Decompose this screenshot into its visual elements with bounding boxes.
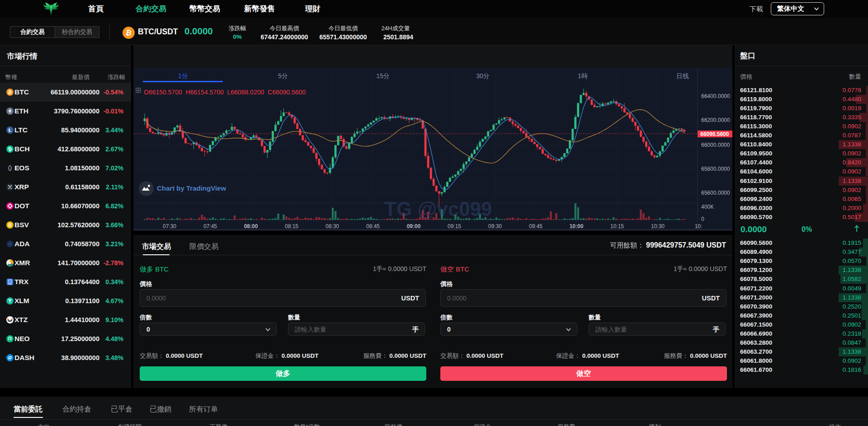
svg-text:B: B [8, 223, 12, 228]
svg-text:10:30: 10:30 [651, 223, 665, 229]
svg-text:08:30: 08:30 [326, 223, 339, 229]
svg-text:Ł: Ł [9, 128, 12, 133]
svg-text:65800.0000: 65800.0000 [701, 166, 730, 172]
svg-text:09:45: 09:45 [529, 223, 542, 229]
svg-text:08:45: 08:45 [366, 223, 380, 229]
svg-text:66200.0000: 66200.0000 [701, 117, 730, 123]
svg-text:08:00: 08:00 [244, 223, 258, 229]
svg-text:400K: 400K [701, 204, 714, 210]
svg-text:08:15: 08:15 [285, 223, 298, 229]
svg-text:66090.5600: 66090.5600 [700, 131, 729, 137]
svg-text:07:30: 07:30 [163, 223, 176, 229]
svg-text:07:45: 07:45 [203, 223, 217, 229]
svg-text:09:15: 09:15 [448, 223, 461, 229]
svg-text:09:00: 09:00 [407, 223, 421, 229]
svg-text:0: 0 [701, 216, 704, 222]
svg-text:65600.0000: 65600.0000 [701, 190, 730, 196]
svg-text:10:00: 10:00 [570, 223, 584, 229]
svg-text:66000.0000: 66000.0000 [701, 142, 730, 148]
svg-text:09:30: 09:30 [488, 223, 502, 229]
svg-text:10:: 10: [695, 223, 703, 229]
svg-text:10:15: 10:15 [610, 223, 624, 229]
svg-text:66400.0000: 66400.0000 [701, 93, 730, 99]
